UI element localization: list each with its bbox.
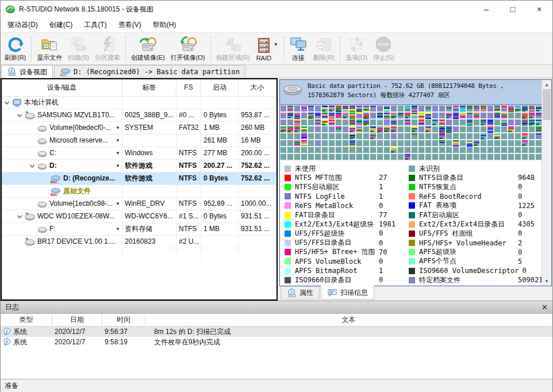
legend-label: ReFS BootRecord [419, 193, 514, 201]
chevron-expanded-icon[interactable] [29, 163, 37, 169]
row-dropdown-icon[interactable]: ▼ [116, 160, 120, 172]
legend-count: 1 [379, 193, 383, 201]
create-image-icon [139, 35, 157, 53]
tab-partition[interactable]: Rec.D: (Recognized0) -> Basic data parti… [54, 65, 245, 78]
maximize-button[interactable]: □ [500, 1, 526, 18]
tree-row[interactable]: Rec.D: (Recognize...软件游戏NTFS0 Bytes752.6… [2, 172, 276, 185]
legend-column-left: 未使用NTFS MFT范围27NTFS启动扇区1NTFS LogFile1ReF… [285, 164, 409, 286]
tab-device-view[interactable]: i设备视图 [1, 65, 53, 78]
tree-row-fs-cell: NTFS [176, 147, 201, 160]
tree-row[interactable]: SAMSUNG MZVLB1T0...0025_388B_9...#0 ...0… [2, 109, 276, 122]
tree-row[interactable]: Volume{0bedecf0-...▼SYSTEMFAT321 MB260 M… [2, 122, 276, 134]
tree-row-fs-cell: #0 ... [176, 109, 201, 122]
toolbar-button-label: 显示文件 [37, 53, 62, 62]
tree-row[interactable]: WDC WD10EZEX-08W...WD-WCC6Y6...#1 S...0 … [2, 210, 276, 223]
menu-item-4[interactable]: 查看(V) [113, 18, 147, 32]
physical-disk-icon [25, 212, 35, 221]
toolbar-button-inner: 打开镜像(O) [171, 35, 205, 62]
scan-icon [70, 35, 87, 53]
row-dropdown-icon[interactable]: ▼ [116, 198, 120, 210]
tree-row-name-cell: Microsoft reserve...▼ [2, 134, 122, 147]
chevron-expanded-icon[interactable] [17, 214, 25, 220]
row-dropdown-icon[interactable]: ▼ [116, 134, 120, 147]
scroll-down-icon[interactable]: ▼ [542, 276, 551, 286]
scroll-track[interactable] [542, 120, 551, 276]
legend-label: 未识别 [419, 164, 514, 174]
log-column-header-1[interactable]: 类型 [1, 314, 52, 326]
legend-item: HFS/HFS+ BTree+ 范围70 [285, 248, 409, 257]
toolbar-button-refresh[interactable]: 刷新(R) [2, 34, 29, 63]
tree-row[interactable]: Rec.原始文件 [2, 185, 276, 198]
toolbar-button-connect[interactable]: 连接 [286, 34, 310, 63]
row-dropdown-icon[interactable]: ▼ [116, 223, 120, 235]
legend-label: NTFS MFT范围 [295, 173, 375, 183]
menu-item-5[interactable]: 帮助(H) [147, 18, 182, 32]
close-button[interactable]: × [526, 1, 552, 18]
tree-row-boot-cell: 1 MB [201, 223, 239, 236]
toolbar-button-open-image[interactable]: 打开镜像(O) [168, 34, 208, 63]
device-name: D: (Recognize... [63, 172, 115, 185]
legend-item: FAT启动扇区0 [409, 210, 542, 220]
scan-block-map[interactable] [280, 105, 542, 161]
legend-item: ISO9660 VolumeDescriptor0 [409, 266, 542, 275]
chevron-expanded-icon[interactable] [17, 113, 25, 118]
row-dropdown-icon[interactable]: ▼ [116, 147, 120, 159]
tree-row-fs-cell: NTFS [176, 160, 201, 172]
scan-scrollbar[interactable]: ▲ ▼ [542, 80, 551, 286]
legend-label: Ext2/Ext3/Ext4目录条目 [419, 220, 514, 229]
legend-item: UFS/FFS目录条目0 [285, 239, 409, 248]
legend-item: APFS BitmapRoot1 [285, 266, 409, 275]
scan-subtabs: i属性扫描信息 [279, 286, 552, 301]
tree-row-boot-cell: 0 Bytes [201, 109, 239, 122]
log-column-header-2[interactable]: 日期 [52, 314, 102, 326]
tree-column-header-4[interactable]: 启动 [201, 79, 239, 97]
volume-icon [37, 199, 47, 209]
menu-item-3[interactable]: 工具(T) [78, 18, 112, 32]
toolbar-button-show-files[interactable]: 显示文件 [34, 34, 65, 63]
log-column-header-4[interactable]: 文本 [145, 314, 552, 326]
chevron-down-icon[interactable]: ▼ [274, 42, 278, 47]
tree-row[interactable]: Microsoft reserve...▼261 MB16 MB [2, 134, 276, 147]
chevron-expanded-icon[interactable] [4, 100, 12, 106]
legend-count: 1 [379, 267, 383, 275]
app-window: R-STUDIO Network 8.15.180015 - 设备视图 – □ … [0, 0, 553, 392]
subtab-properties[interactable]: i属性 [281, 286, 320, 299]
toolbar-button-create-image[interactable]: 创建镜像(E) [128, 34, 168, 63]
tree-column-header-3[interactable]: FS [176, 79, 201, 97]
tree-row[interactable]: D:▼软件游戏NTFS200.27 ...752.62 ... [2, 160, 276, 172]
tree-row-name-cell: SAMSUNG MZVLB1T0... [2, 109, 122, 122]
subtab-scan-info[interactable]: 扫描信息 [321, 286, 374, 299]
legend-label: UFS/FFS 柱面组 [419, 229, 514, 239]
log-header: 类型日期时间文本 [1, 314, 552, 326]
tree-row-label-cell [122, 185, 176, 198]
scroll-thumb[interactable] [543, 89, 551, 120]
log-close-icon[interactable]: ✕ [542, 303, 548, 312]
tree-row[interactable]: Volume{1ecb0c98-...▼WinRE_DRVNTFS952.89 … [2, 198, 276, 210]
menu-item-1[interactable]: 驱动器(D) [2, 18, 44, 32]
tree-row-name-cell: Volume{0bedecf0-...▼ [2, 122, 122, 134]
menu-item-2[interactable]: 创建(C) [44, 18, 79, 32]
scroll-up-icon[interactable]: ▲ [542, 80, 551, 89]
tree-row[interactable]: BR17 DEVICE V1.00 1....20160823#2 U... [2, 236, 276, 248]
legend-count: 5 [518, 258, 522, 266]
tree-column-header-1[interactable]: 设备/磁盘˄ [2, 79, 122, 97]
row-dropdown-icon[interactable]: ▼ [116, 122, 120, 134]
legend-item: ISO9660目录条目0 [285, 275, 409, 285]
log-row[interactable]: i系统2020/12/79:56:378m 12s 的 D: 扫描已完成 [1, 326, 552, 337]
tree-column-header-2[interactable]: 标签 [122, 79, 176, 97]
legend-count: 509021 [518, 276, 542, 284]
log-row[interactable]: i系统2020/12/79:58:19文件枚举在9秒内完成 [1, 337, 552, 347]
tree-row[interactable]: 本地计算机 [2, 97, 276, 109]
tree-row-size-cell: 200.00 ... [239, 147, 276, 160]
log-column-header-3[interactable]: 时间 [102, 314, 145, 326]
tree-column-header-5[interactable]: 大小 [239, 79, 276, 97]
device-name: F: [49, 223, 56, 235]
legend-item: UFS/FFS 柱面组0 [409, 229, 542, 238]
toolbar-separator [283, 36, 284, 62]
tree-row[interactable]: C:▼WindowsNTFS277 MB200.00 ... [2, 147, 276, 160]
toolbar-button-raid[interactable]: RAID▼ [253, 36, 281, 62]
toolbar-button-options: 选项(O) [343, 34, 370, 63]
legend-item: NTFS启动扇区1 [285, 182, 409, 191]
tree-row[interactable]: F:▼资料存储NTFS1 MB931.51 ... [2, 223, 276, 236]
minimize-button[interactable]: – [473, 1, 500, 18]
